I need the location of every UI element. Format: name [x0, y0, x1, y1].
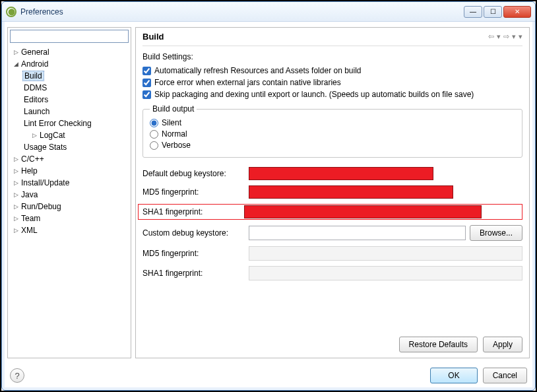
- filter-input[interactable]: [10, 30, 129, 43]
- page-title: Build: [142, 32, 488, 42]
- auto-refresh-input[interactable]: [142, 67, 151, 75]
- main-header: Build ⇦ ▾ ⇨ ▾ ▾: [142, 32, 522, 46]
- radio-normal-input[interactable]: [150, 130, 158, 139]
- tree-item[interactable]: ▷LogCat: [8, 129, 131, 141]
- md5-value: [249, 185, 453, 199]
- tree-item-label: Launch: [22, 107, 51, 116]
- tree-item-label: Java: [20, 190, 39, 199]
- close-button[interactable]: ✕: [503, 6, 531, 18]
- sha1-label: SHA1 fingerprint:: [142, 207, 240, 216]
- default-keystore-value: [249, 167, 433, 180]
- expander-icon[interactable]: ▷: [12, 180, 20, 186]
- restore-defaults-button[interactable]: Restore Defaults: [399, 337, 478, 352]
- window-controls: — ☐ ✕: [464, 6, 531, 18]
- forward-menu-icon[interactable]: ▾: [512, 32, 516, 41]
- tree-item-label: Install/Update: [20, 178, 71, 187]
- skip-packaging-checkbox[interactable]: Skip packaging and dexing until export o…: [142, 90, 522, 99]
- content-area: ▷General◢AndroidBuildDDMSEditorsLaunchLi…: [2, 22, 535, 364]
- view-menu-icon[interactable]: ▾: [519, 32, 522, 41]
- expander-icon[interactable]: ▷: [12, 191, 20, 198]
- md5-label: MD5 fingerprint:: [142, 187, 245, 197]
- custom-keystore-input[interactable]: [249, 226, 466, 240]
- tree-item-label: Run/Debug: [20, 202, 63, 211]
- force-error-input[interactable]: [142, 79, 151, 87]
- radio-normal-label: Normal: [162, 129, 187, 139]
- tree-item[interactable]: ▷General: [8, 46, 131, 58]
- browse-button[interactable]: Browse...: [470, 225, 522, 241]
- radio-silent-input[interactable]: [150, 119, 158, 127]
- tree-item[interactable]: ▷Install/Update: [8, 177, 131, 189]
- tree-item-label: Editors: [22, 95, 49, 104]
- build-output-group: Build output Silent Normal Verbose: [142, 104, 522, 158]
- tree-item-label: Android: [20, 59, 49, 69]
- apply-button[interactable]: Apply: [483, 337, 522, 352]
- custom-keystore-label: Custom debug keystore:: [142, 228, 245, 238]
- sha1-row-highlighted: SHA1 fingerprint:: [138, 204, 522, 220]
- force-error-checkbox[interactable]: Force error when external jars contain n…: [142, 78, 522, 87]
- titlebar: ⬤ Preferences — ☐ ✕: [2, 2, 535, 22]
- app-icon: ⬤: [6, 7, 16, 17]
- tree-item-label: XML: [20, 226, 39, 235]
- tree-item[interactable]: Launch: [8, 106, 131, 117]
- back-menu-icon[interactable]: ▾: [497, 32, 501, 41]
- minimize-button[interactable]: —: [464, 6, 482, 18]
- tree-item-label: Team: [20, 214, 42, 223]
- panel-actions: Restore Defaults Apply: [142, 325, 522, 352]
- bottom-bar: ? OK Cancel: [2, 364, 535, 390]
- forward-icon[interactable]: ⇨: [503, 32, 509, 41]
- tree-item-label: Usage Stats: [22, 143, 68, 152]
- help-icon[interactable]: ?: [10, 368, 24, 383]
- tree-item-label: Build: [22, 71, 44, 81]
- tree-item[interactable]: ▷XML: [8, 224, 131, 236]
- expander-icon[interactable]: ▷: [12, 203, 20, 210]
- cancel-button[interactable]: Cancel: [483, 368, 527, 383]
- expander-icon[interactable]: ◢: [12, 61, 20, 67]
- sha1-value: [244, 205, 482, 218]
- tree-item[interactable]: ▷Run/Debug: [8, 201, 131, 212]
- sha1-2-label: SHA1 fingerprint:: [142, 269, 245, 278]
- tree-item[interactable]: Build: [8, 70, 131, 82]
- radio-verbose[interactable]: Verbose: [150, 141, 515, 150]
- auto-refresh-checkbox[interactable]: Automatically refresh Resources and Asse…: [142, 66, 522, 75]
- radio-verbose-label: Verbose: [162, 141, 191, 150]
- tree-item[interactable]: Editors: [8, 94, 131, 106]
- md5-2-value: [249, 246, 522, 261]
- tree-item-label: C/C++: [20, 154, 46, 164]
- skip-packaging-input[interactable]: [142, 90, 151, 99]
- tree-item-label: Lint Error Checking: [22, 119, 93, 128]
- tree-item-label: DDMS: [22, 83, 48, 92]
- auto-refresh-label: Automatically refresh Resources and Asse…: [154, 66, 362, 75]
- tree-item[interactable]: Lint Error Checking: [8, 117, 131, 129]
- preferences-tree[interactable]: ▷General◢AndroidBuildDDMSEditorsLaunchLi…: [8, 45, 131, 358]
- expander-icon[interactable]: ▷: [30, 132, 38, 139]
- build-settings-label: Build Settings:: [142, 52, 522, 61]
- radio-normal[interactable]: Normal: [150, 129, 515, 139]
- expander-icon[interactable]: ▷: [12, 227, 20, 234]
- sidebar: ▷General◢AndroidBuildDDMSEditorsLaunchLi…: [7, 27, 131, 358]
- tree-item[interactable]: ▷Java: [8, 189, 131, 201]
- tree-item[interactable]: ▷C/C++: [8, 153, 131, 165]
- back-icon[interactable]: ⇦: [488, 32, 494, 41]
- tree-item[interactable]: Usage Stats: [8, 141, 131, 153]
- ok-button[interactable]: OK: [430, 368, 477, 383]
- default-keystore-label: Default debug keystore:: [142, 169, 245, 178]
- tree-item[interactable]: ▷Help: [8, 165, 131, 177]
- tree-item[interactable]: DDMS: [8, 82, 131, 94]
- expander-icon[interactable]: ▷: [12, 156, 20, 162]
- dialog-actions: OK Cancel: [430, 368, 527, 383]
- radio-verbose-input[interactable]: [150, 141, 158, 150]
- tree-item[interactable]: ◢Android: [8, 58, 131, 70]
- tree-item-label: LogCat: [38, 131, 67, 140]
- maximize-button[interactable]: ☐: [484, 6, 502, 18]
- window-title: Preferences: [20, 7, 464, 16]
- expander-icon[interactable]: ▷: [12, 49, 20, 55]
- tree-item[interactable]: ▷Team: [8, 212, 131, 224]
- expander-icon[interactable]: ▷: [12, 168, 20, 174]
- expander-icon[interactable]: ▷: [12, 215, 20, 222]
- force-error-label: Force error when external jars contain n…: [154, 78, 341, 87]
- radio-silent[interactable]: Silent: [150, 118, 515, 127]
- nav-toolbar: ⇦ ▾ ⇨ ▾ ▾: [488, 32, 522, 41]
- radio-silent-label: Silent: [162, 118, 181, 127]
- tree-item-label: General: [20, 48, 51, 57]
- keystore-form: Default debug keystore: MD5 fingerprint:…: [142, 167, 522, 280]
